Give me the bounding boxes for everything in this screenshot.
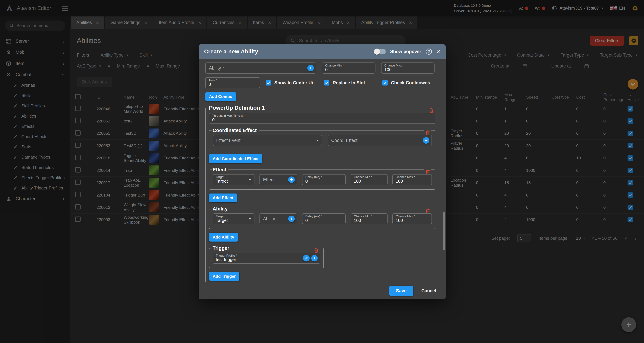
add-icon[interactable]: + <box>288 176 295 183</box>
ability-title: Ability <box>212 206 230 212</box>
delete-powerup-icon[interactable] <box>428 108 435 113</box>
checkbox-checked-icon <box>324 80 330 86</box>
save-button[interactable]: Save <box>390 286 413 296</box>
powerup-definition-section: PowerUp Definition 1 Threshold Max Time … <box>205 105 439 282</box>
ability-row: Ability * + Chance Min * 0 Chance Max * … <box>205 63 439 74</box>
add-effect-button[interactable]: Add Effect <box>209 193 237 202</box>
effect-section: Effect Target Target ▾ Effect + <box>209 167 436 190</box>
ability-chance-min-field[interactable]: Chance Min * 100 <box>350 213 388 224</box>
chevron-down-icon: ▾ <box>249 217 251 221</box>
add-icon[interactable]: + <box>288 216 295 222</box>
add-ability-button[interactable]: Add Ability <box>209 233 238 241</box>
coordinated-effect-title: Coordinated Effect <box>212 128 259 133</box>
effect-event-select[interactable]: Effect Event ▾ <box>213 135 322 146</box>
ability-pick-field[interactable]: Ability + <box>260 213 297 224</box>
add-icon[interactable]: + <box>307 65 314 71</box>
chance-max-field[interactable]: Chance Max * 100 <box>381 63 434 74</box>
ability-row-inner: Target Target ▾ Ability + Delay (ms) * 0 <box>213 213 432 224</box>
modal-body: Ability * + Chance Min * 0 Chance Max * … <box>199 59 446 282</box>
effect-target-select[interactable]: Target Target ▾ <box>213 174 254 185</box>
checkbox-check-cooldowns[interactable]: Check Cooldowns <box>382 80 435 86</box>
add-coordinated-effect-button[interactable]: Add Coordinated Effect <box>209 154 262 163</box>
effect-chance-min-field[interactable]: Chance Min * 100 <box>350 174 388 185</box>
show-popover-toggle[interactable] <box>374 49 386 54</box>
ability-chance-max-field[interactable]: Chance Max * 100 <box>392 213 432 224</box>
toggle-knob <box>374 49 380 55</box>
effect-delay-field[interactable]: Delay (ms) * 0 <box>302 174 346 185</box>
trigger-profile-field[interactable]: Trigger Profile * test trigger + <box>213 253 320 264</box>
delete-coordinated-effect-icon[interactable] <box>424 130 431 135</box>
modal-footer: Save Cancel <box>199 282 446 299</box>
trigger-title: Trigger <box>212 245 232 251</box>
threshold-max-time-field[interactable]: Threshold Max Time (s) 0 <box>209 113 436 124</box>
ability-field[interactable]: Ability * + <box>205 63 316 74</box>
create-ability-modal: Create a new Ability Show popover ? × Ab… <box>199 44 446 299</box>
cancel-button[interactable]: Cancel <box>418 286 440 296</box>
time-field[interactable]: Time * 0 <box>205 77 260 88</box>
close-icon[interactable]: × <box>436 48 440 55</box>
chance-min-field[interactable]: Chance Min * 0 <box>322 63 375 74</box>
app-root: Atavism Editor Database: 10.8.0 Demo Ser… <box>0 0 644 343</box>
checkbox-replace-in-slot[interactable]: Replace In Slot <box>324 80 377 86</box>
help-icon[interactable]: ? <box>426 49 432 55</box>
checkbox-checked-icon <box>266 80 271 86</box>
coordinated-effect-section: Coordinated Effect Effect Event ▾ Coord.… <box>209 128 436 150</box>
coordinated-effect-row: Effect Event ▾ Coord. Effect + <box>213 135 432 146</box>
scrollbar-thumb[interactable] <box>443 212 445 250</box>
modal-header: Create a new Ability Show popover ? × <box>199 44 446 59</box>
time-row: Time * 0 Show In Center Ui Replace In Sl… <box>205 77 439 88</box>
add-icon[interactable]: + <box>423 137 429 144</box>
effect-row: Target Target ▾ Effect + Delay (ms) * 0 <box>213 174 432 185</box>
modal-title: Create a new Ability <box>204 48 258 55</box>
delete-trigger-icon[interactable] <box>312 248 320 253</box>
effect-title: Effect <box>212 167 228 173</box>
powerup-definition-title: PowerUp Definition 1 <box>208 105 267 111</box>
add-combo-button[interactable]: Add Combo <box>205 92 236 101</box>
chevron-down-icon: ▾ <box>249 178 251 182</box>
effect-chance-max-field[interactable]: Chance Max * 100 <box>392 174 432 185</box>
show-popover-label: Show popover <box>390 49 421 54</box>
edit-icon[interactable] <box>303 255 310 261</box>
coord-effect-field[interactable]: Coord. Effect + <box>328 135 432 146</box>
chevron-down-icon: ▾ <box>316 138 318 143</box>
delete-ability-icon[interactable] <box>424 208 431 214</box>
delete-effect-icon[interactable] <box>424 169 431 175</box>
add-icon[interactable]: + <box>311 255 318 261</box>
ability-delay-field[interactable]: Delay (ms) * 0 <box>302 213 346 224</box>
add-trigger-button[interactable]: Add Trigger <box>209 272 239 281</box>
checkbox-show-in-center-ui[interactable]: Show In Center Ui <box>266 80 318 86</box>
checkbox-checked-icon <box>382 80 388 86</box>
ability-section: Ability Target Target ▾ Ability + <box>209 206 436 229</box>
trigger-section: Trigger Trigger Profile * test trigger + <box>209 245 324 268</box>
ability-target-select[interactable]: Target Target ▾ <box>213 213 254 224</box>
effect-field[interactable]: Effect + <box>260 174 297 185</box>
